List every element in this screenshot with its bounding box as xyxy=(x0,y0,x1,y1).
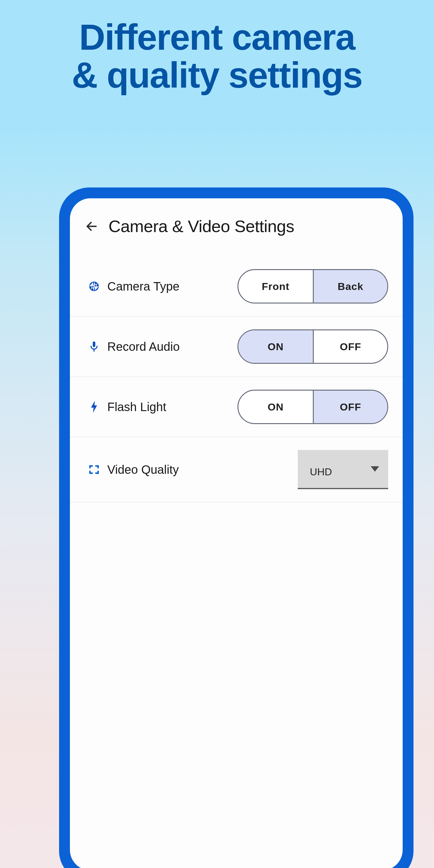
fullscreen-brackets-icon xyxy=(88,464,100,475)
camera-type-segmented: Front Back xyxy=(238,269,388,304)
arrow-left-icon xyxy=(85,220,98,233)
camera-type-back-button[interactable]: Back xyxy=(313,270,387,303)
promo-heading-line2: & quality settings xyxy=(0,56,434,94)
phone-screen: Camera & Video Settings Camera Type Fron… xyxy=(70,198,403,868)
page-title: Camera & Video Settings xyxy=(108,216,294,236)
microphone-icon xyxy=(88,341,100,352)
app-bar: Camera & Video Settings xyxy=(70,198,403,244)
row-flash-light: Flash Light ON OFF xyxy=(70,377,403,437)
back-button[interactable] xyxy=(84,219,99,234)
row-camera-type: Camera Type Front Back xyxy=(70,256,403,317)
flash-light-off-button[interactable]: OFF xyxy=(313,391,387,423)
video-quality-dropdown[interactable]: UHD xyxy=(298,450,388,489)
promo-heading: Different camera & quality settings xyxy=(0,0,434,94)
row-left: Camera Type xyxy=(88,280,179,293)
flash-light-label: Flash Light xyxy=(107,400,166,414)
video-quality-label: Video Quality xyxy=(107,463,179,476)
row-video-quality: Video Quality UHD xyxy=(70,437,403,502)
video-quality-value: UHD xyxy=(310,461,332,478)
aperture-icon xyxy=(88,280,100,292)
camera-type-label: Camera Type xyxy=(107,280,179,293)
chevron-down-icon xyxy=(371,466,379,472)
svg-marker-4 xyxy=(91,401,97,413)
camera-type-front-button[interactable]: Front xyxy=(239,270,313,303)
flash-light-on-button[interactable]: ON xyxy=(239,391,313,423)
row-left: Record Audio xyxy=(88,340,180,353)
promo-heading-line1: Different camera xyxy=(0,18,434,56)
row-left: Video Quality xyxy=(88,463,179,476)
record-audio-on-button[interactable]: ON xyxy=(239,330,313,363)
row-record-audio: Record Audio ON OFF xyxy=(70,317,403,377)
record-audio-off-button[interactable]: OFF xyxy=(313,330,387,363)
row-left: Flash Light xyxy=(88,400,166,414)
flash-light-segmented: ON OFF xyxy=(238,390,388,424)
settings-list: Camera Type Front Back Record Audio ON xyxy=(70,244,403,502)
svg-rect-2 xyxy=(93,341,96,347)
flash-icon xyxy=(88,401,100,413)
phone-frame: Camera & Video Settings Camera Type Fron… xyxy=(59,187,413,868)
record-audio-segmented: ON OFF xyxy=(238,330,388,364)
record-audio-label: Record Audio xyxy=(107,340,180,353)
